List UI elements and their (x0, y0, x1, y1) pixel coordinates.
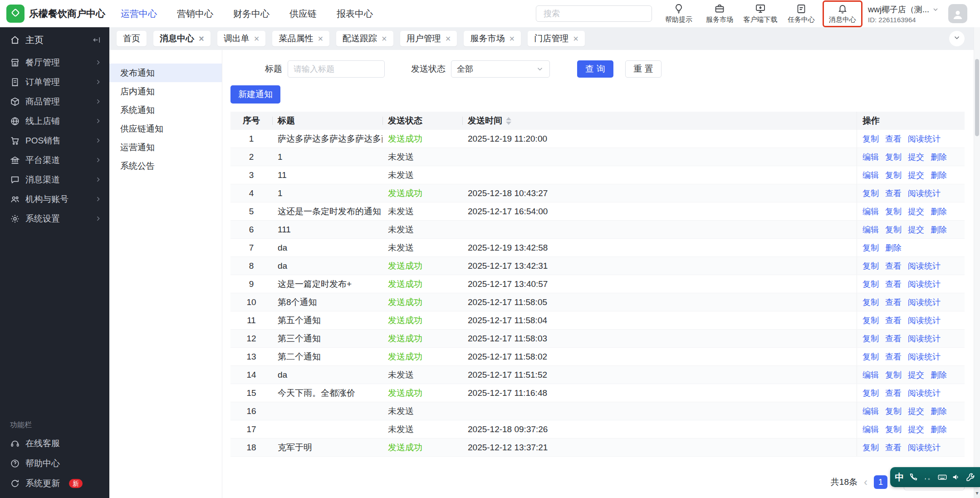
tab-item[interactable]: 用户管理 × (400, 31, 457, 46)
search-box[interactable] (536, 5, 652, 22)
ime-punctuation-toggle[interactable]: ，。 (922, 473, 933, 481)
tab-item[interactable]: 首页 (117, 31, 147, 46)
action-link[interactable]: 查看 (885, 133, 902, 144)
sidebar-item-platform[interactable]: 平台渠道 (0, 150, 109, 170)
action-link[interactable]: 编辑 (862, 424, 879, 435)
action-link[interactable]: 查看 (885, 188, 902, 199)
action-link[interactable]: 复制 (862, 279, 879, 290)
action-link[interactable]: 阅读统计 (908, 315, 941, 326)
action-link[interactable]: 阅读统计 (908, 351, 941, 362)
action-link[interactable]: 删除 (931, 206, 947, 217)
sidebar-footer-item-headset[interactable]: 在线客服 (0, 434, 109, 454)
action-link[interactable]: 查看 (885, 261, 902, 271)
action-link[interactable]: 复制 (862, 242, 879, 253)
close-icon[interactable]: × (446, 34, 451, 43)
action-link[interactable]: 编辑 (862, 206, 879, 217)
tabbar-collapse-button[interactable] (949, 31, 965, 46)
action-link[interactable]: 复制 (862, 315, 879, 326)
top-nav-item[interactable]: 营销中心 (177, 8, 213, 20)
sidebar-item-home[interactable]: 主页 (0, 27, 109, 53)
new-notice-button[interactable]: 新建通知 (230, 85, 280, 104)
action-link[interactable]: 提交 (908, 370, 924, 380)
action-link[interactable]: 提交 (908, 224, 924, 235)
sidebar-item-goods[interactable]: 商品管理 (0, 92, 109, 111)
scrollbar[interactable]: ▾ (974, 27, 980, 498)
close-icon[interactable]: × (199, 34, 204, 43)
quick-action-briefcase[interactable]: 服务市场 (700, 3, 739, 24)
close-icon[interactable]: × (382, 34, 387, 43)
action-link[interactable]: 提交 (908, 170, 924, 181)
tab-item[interactable]: 配送跟踪 × (336, 31, 393, 46)
action-link[interactable]: 查看 (885, 315, 902, 326)
prev-page-icon[interactable]: ‹ (864, 477, 867, 488)
action-link[interactable]: 复制 (885, 224, 902, 235)
action-link[interactable]: 查看 (885, 351, 902, 362)
scroll-down-icon[interactable]: ▾ (974, 488, 980, 498)
action-link[interactable]: 阅读统计 (908, 442, 941, 453)
action-link[interactable]: 删除 (931, 170, 947, 181)
action-link[interactable]: 阅读统计 (908, 333, 941, 344)
tab-item[interactable]: 调出单 × (217, 31, 266, 46)
quick-action-bell[interactable]: 消息中心 (823, 0, 862, 27)
tab-item[interactable]: 门店管理 × (528, 31, 585, 46)
scrollbar-thumb[interactable] (975, 59, 979, 136)
action-link[interactable]: 复制 (862, 297, 879, 308)
action-link[interactable]: 复制 (862, 388, 879, 399)
action-link[interactable]: 复制 (885, 424, 902, 435)
quick-action-tasks[interactable]: 任务中心 (782, 3, 821, 24)
action-link[interactable]: 复制 (862, 188, 879, 199)
tab-item[interactable]: 菜品属性 × (272, 31, 329, 46)
sidebar-item-message-channel[interactable]: 消息渠道 (0, 170, 109, 189)
quick-action-download[interactable]: 客户端下载 (741, 3, 780, 24)
collapse-sidebar-icon[interactable] (92, 35, 101, 44)
action-link[interactable]: 阅读统计 (908, 133, 941, 144)
title-filter-input[interactable] (288, 60, 385, 78)
action-link[interactable]: 编辑 (862, 152, 879, 163)
action-link[interactable]: 编辑 (862, 170, 879, 181)
close-icon[interactable]: × (318, 34, 323, 43)
action-link[interactable]: 复制 (862, 261, 879, 271)
search-input[interactable] (544, 9, 649, 19)
wrench-icon[interactable] (965, 472, 975, 482)
top-nav-item[interactable]: 报表中心 (337, 8, 373, 20)
close-icon[interactable]: × (573, 34, 578, 43)
action-link[interactable]: 编辑 (862, 224, 879, 235)
sidebar-item-orders[interactable]: 订单管理 (0, 72, 109, 92)
close-icon[interactable]: × (254, 34, 260, 43)
action-link[interactable]: 阅读统计 (908, 261, 941, 271)
sidebar-item-online-store[interactable]: 线上店铺 (0, 111, 109, 131)
action-link[interactable]: 阅读统计 (908, 188, 941, 199)
action-link[interactable]: 复制 (862, 133, 879, 144)
phone-icon[interactable] (908, 472, 918, 482)
action-link[interactable]: 编辑 (862, 370, 879, 380)
avatar[interactable] (948, 4, 967, 23)
top-nav-item[interactable]: 运营中心 (121, 8, 157, 20)
top-nav-item[interactable]: 财务中心 (233, 8, 270, 20)
sidebar-item-restaurant[interactable]: 餐厅管理 (0, 53, 109, 72)
submenu-item[interactable]: 发布通知 (109, 64, 222, 82)
action-link[interactable]: 删除 (931, 424, 947, 435)
submenu-item[interactable]: 供应链通知 (109, 119, 222, 138)
action-link[interactable]: 复制 (885, 206, 902, 217)
action-link[interactable]: 复制 (862, 351, 879, 362)
keyboard-icon[interactable] (937, 472, 947, 482)
action-link[interactable]: 复制 (885, 170, 902, 181)
submenu-item[interactable]: 系统通知 (109, 101, 222, 119)
sidebar-footer-item-refresh[interactable]: 系统更新 新 (0, 473, 109, 493)
submenu-item[interactable]: 运营通知 (109, 138, 222, 157)
action-link[interactable]: 提交 (908, 424, 924, 435)
action-link[interactable]: 提交 (908, 206, 924, 217)
action-link[interactable]: 复制 (885, 152, 902, 163)
action-link[interactable]: 复制 (862, 333, 879, 344)
action-link[interactable]: 复制 (862, 442, 879, 453)
sidebar-item-pos[interactable]: POS销售 (0, 131, 109, 150)
action-link[interactable]: 提交 (908, 152, 924, 163)
sidebar-item-settings[interactable]: 系统设置 (0, 209, 109, 228)
action-link[interactable]: 编辑 (862, 406, 879, 417)
user-menu[interactable]: wwj椰子店（测... ID: 2261163964 (868, 4, 939, 24)
action-link[interactable]: 复制 (885, 370, 902, 380)
current-page-button[interactable]: 1 (874, 475, 887, 489)
action-link[interactable]: 阅读统计 (908, 297, 941, 308)
action-link[interactable]: 查看 (885, 442, 902, 453)
close-icon[interactable]: × (509, 34, 514, 43)
